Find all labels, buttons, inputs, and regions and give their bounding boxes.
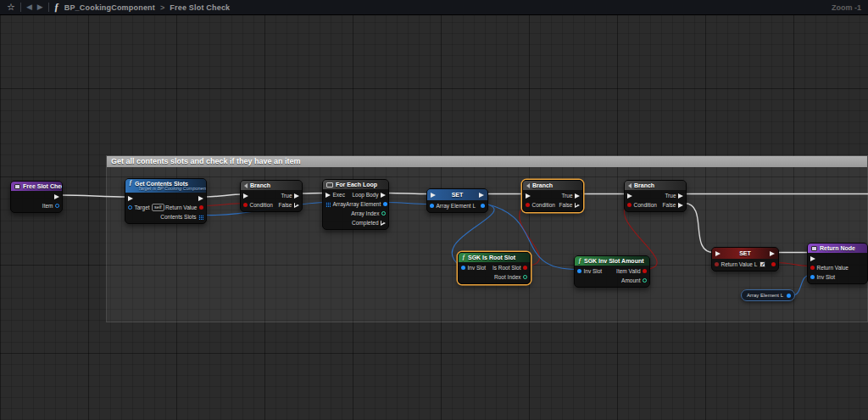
node-header: For Each Loop <box>323 180 388 189</box>
pin-label: Exec <box>333 192 345 198</box>
return-value-checkbox[interactable] <box>760 261 765 267</box>
forward-arrow-icon[interactable]: ▶ <box>37 3 43 11</box>
exec-in-pin[interactable] <box>526 193 531 199</box>
node-array-element-getter[interactable]: Array Element L <box>741 289 795 301</box>
pin-label: False <box>559 202 573 208</box>
pin-label: Array <box>333 201 347 207</box>
return-value-output-pin[interactable] <box>771 262 776 266</box>
node-branch-1[interactable]: Branch True Condition False <box>240 180 303 212</box>
node-branch-2[interactable]: Branch True Condition False <box>522 180 583 212</box>
target-default-value[interactable]: self <box>152 204 164 211</box>
pin-label: Contents Slots <box>160 214 196 220</box>
exec-out-pin[interactable] <box>198 196 203 201</box>
return-value-bool-pin[interactable] <box>810 266 815 270</box>
false-exec-pin[interactable] <box>678 203 683 208</box>
pin-label: Array Element L <box>437 203 476 209</box>
back-arrow-icon[interactable]: ◀ <box>26 3 32 11</box>
pin-label: Root Index <box>494 274 520 280</box>
amount-int-pin[interactable] <box>643 278 647 283</box>
pure-function-icon: ƒ <box>578 258 581 265</box>
node-title: SET <box>438 192 476 198</box>
node-set-array-element[interactable]: SET Array Element L <box>426 188 488 213</box>
pure-function-icon: ƒ <box>462 255 465 261</box>
exec-out-pin[interactable] <box>770 251 775 256</box>
toolbar-divider <box>48 3 49 12</box>
pin-label: True <box>561 193 572 199</box>
pin-label: Item <box>42 203 53 209</box>
false-exec-pin[interactable] <box>575 203 580 208</box>
pin-label: Array Index <box>351 210 379 216</box>
array-element-output-pin[interactable] <box>481 204 485 208</box>
pin-label: True <box>665 193 676 199</box>
pin-label: Condition <box>634 202 657 208</box>
array-element-input-pin[interactable] <box>430 204 434 208</box>
inv-slot-object-pin[interactable] <box>577 269 581 273</box>
breadcrumb-root[interactable]: BP_CookingComponent <box>64 3 155 12</box>
node-title: SGK Inv Slot Amount <box>584 258 644 264</box>
inv-slot-object-pin[interactable] <box>810 275 815 279</box>
breadcrumb-separator-icon: > <box>160 3 164 12</box>
target-object-pin[interactable] <box>128 205 132 210</box>
contents-slots-array-pin[interactable] <box>198 215 203 220</box>
pin-label: Amount <box>621 277 640 283</box>
node-title: For Each Loop <box>336 182 377 188</box>
root-index-int-pin[interactable] <box>523 275 527 279</box>
exec-in-pin[interactable] <box>627 193 632 199</box>
node-title: Branch <box>250 182 270 188</box>
node-set-return-value[interactable]: SET Return Value L <box>711 247 779 272</box>
node-title: Free Slot Check <box>23 183 62 189</box>
node-branch-3[interactable]: Branch True Condition False <box>624 180 687 212</box>
pin-label: Is Root Slot <box>492 265 521 271</box>
zoom-level-indicator: Zoom -1 <box>832 3 861 12</box>
exec-out-pin[interactable] <box>479 193 484 198</box>
favorite-star-icon[interactable]: ☆ <box>7 3 15 12</box>
item-valid-bool-pin[interactable] <box>643 269 647 273</box>
exec-in-pin[interactable] <box>128 196 133 201</box>
node-return[interactable]: Return Node Return Value Inv Slot <box>807 243 868 284</box>
node-free-slot-check[interactable]: Free Slot Check Item <box>10 181 63 213</box>
function-entry-icon <box>14 184 20 189</box>
condition-bool-pin[interactable] <box>526 203 530 207</box>
pin-label: Loop Body <box>352 192 378 198</box>
exec-in-pin[interactable] <box>715 251 721 256</box>
node-sgk-is-root-slot[interactable]: ƒ SGK Is Root Slot Inv Slot Is Root Slot… <box>458 252 531 284</box>
array-input-pin[interactable] <box>326 202 331 207</box>
exec-out-pin[interactable] <box>54 194 59 199</box>
blueprint-graph-canvas[interactable]: ☆ ◀ ▶ ƒ BP_CookingComponent > Free Slot … <box>0 0 868 420</box>
exec-in-pin[interactable] <box>810 256 815 261</box>
node-header: Branch <box>523 181 582 190</box>
is-root-slot-bool-pin[interactable] <box>523 266 527 270</box>
exec-in-pin[interactable] <box>243 193 248 199</box>
condition-bool-pin[interactable] <box>627 203 632 207</box>
array-element-output-pin[interactable] <box>787 294 791 298</box>
node-title: Branch <box>532 182 553 188</box>
array-index-int-pin[interactable] <box>381 211 386 216</box>
pin-label: Return Value L <box>721 261 758 267</box>
pin-label: Inv Slot <box>468 265 487 271</box>
true-exec-pin[interactable] <box>575 193 580 199</box>
exec-in-pin[interactable] <box>326 193 331 198</box>
pin-label: Condition <box>250 202 273 208</box>
toolbar-divider <box>20 3 21 12</box>
pin-label: Condition <box>532 202 555 208</box>
branch-icon <box>628 183 632 188</box>
pin-label: Item Valid <box>616 268 640 274</box>
return-value-input-pin[interactable] <box>715 262 719 266</box>
node-sgk-inv-slot-amount[interactable]: ƒ SGK Inv Slot Amount Inv Slot Item Vali… <box>574 255 650 288</box>
completed-exec-pin[interactable] <box>381 221 386 226</box>
return-value-bool-pin[interactable] <box>199 205 203 210</box>
condition-bool-pin[interactable] <box>243 203 248 207</box>
item-object-pin[interactable] <box>55 204 59 208</box>
array-element-object-pin[interactable] <box>383 202 387 206</box>
breadcrumb-current[interactable]: Free Slot Check <box>170 3 230 12</box>
node-header: Branch <box>241 181 302 190</box>
exec-in-pin[interactable] <box>431 193 436 198</box>
node-get-contents-slots[interactable]: ƒ Get Contents Slots Target is BP Cookin… <box>125 178 207 224</box>
loop-body-exec-pin[interactable] <box>381 193 386 198</box>
true-exec-pin[interactable] <box>294 193 299 199</box>
comment-title-bar[interactable]: Get all contents slots and check if they… <box>107 156 867 167</box>
inv-slot-object-pin[interactable] <box>461 266 465 270</box>
false-exec-pin[interactable] <box>294 203 299 208</box>
true-exec-pin[interactable] <box>678 193 683 199</box>
node-for-each-loop[interactable]: For Each Loop Exec Loop Body Array Array… <box>322 179 389 230</box>
